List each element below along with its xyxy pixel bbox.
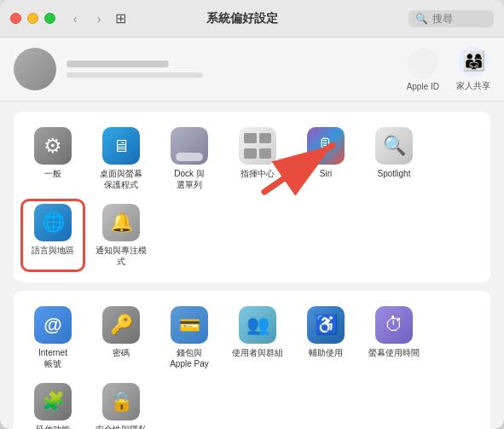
extend-icon: 🧩 [34,383,72,420]
item-extend[interactable]: 🧩 延伸功能 [20,378,85,429]
close-button[interactable] [10,13,21,24]
accessibility-label: 輔助使用 [309,347,343,358]
siri-label: Siri [320,168,332,179]
mission-label: 指揮中心 [240,168,275,179]
right-icons: Apple ID 👨‍👩‍👧 家人共享 [407,46,490,92]
accessibility-icon: ♿ [307,306,345,344]
wallet-label: 錢包與Apple Pay [170,347,209,369]
notification-icon: 🔔 [102,204,140,241]
avatar [14,48,56,90]
item-accessibility[interactable]: ♿ 輔助使用 [293,301,358,374]
family-sharing-button[interactable]: 👨‍👩‍👧 家人共享 [456,46,490,92]
item-siri[interactable]: 🎙 Siri [293,122,358,195]
user-info [67,61,407,78]
item-users[interactable]: 👥 使用者與群組 [225,301,290,374]
users-icon: 👥 [239,306,276,344]
item-password[interactable]: 🔑 密碼 [89,301,154,374]
user-name-placeholder [67,61,169,67]
mission-icon [239,127,276,165]
traffic-lights [10,13,55,24]
security-icon: 🔒 [102,383,140,420]
spotlight-icon: 🔍 [375,127,413,165]
screentime-label: 螢幕使用時間 [368,347,420,358]
search-input[interactable] [432,13,492,25]
apple-id-button[interactable]: Apple ID [407,48,439,91]
apple-id-label: Apple ID [407,82,439,91]
general-icon: ⚙ [34,127,72,165]
wallet-icon: 💳 [171,306,208,344]
language-label: 語言與地區 [32,245,74,256]
window-title: 系統偏好設定 [75,11,408,26]
internet-icon: @ [34,306,72,344]
section-2: @ Internet帳號 🔑 密碼 💳 錢包與Apple Pay 👥 使用者與群… [14,291,490,429]
item-desktop[interactable]: 🖥 桌面與螢幕保護程式 [89,122,154,195]
internet-label: Internet帳號 [38,347,67,369]
minimize-button[interactable] [27,13,38,24]
extend-label: 延伸功能 [36,424,70,429]
notification-label: 通知與專注模式 [92,245,150,267]
item-notification[interactable]: 🔔 通知與專注模式 [89,199,154,272]
item-security[interactable]: 🔒 安全性與隱私權 [89,378,154,429]
item-wallet[interactable]: 💳 錢包與Apple Pay [157,301,222,374]
user-sub-placeholder [67,72,203,78]
desktop-icon: 🖥 [102,127,140,165]
item-spotlight[interactable]: 🔍 Spotlight [362,122,426,195]
spotlight-label: Spotlight [378,168,411,179]
siri-icon: 🎙 [307,127,345,165]
password-label: 密碼 [113,347,130,358]
item-dock[interactable]: Dock 與選單列 [157,122,222,195]
users-label: 使用者與群組 [232,347,283,358]
titlebar: ‹ › ⊞ 系統偏好設定 🔍 [0,0,504,38]
general-label: 一般 [44,168,61,179]
family-icon: 👨‍👩‍👧 [458,46,489,77]
user-bar: Apple ID 👨‍👩‍👧 家人共享 [0,38,504,101]
item-screentime[interactable]: ⏱ 螢幕使用時間 [362,301,426,374]
main-content: ⚙ 一般 🖥 桌面與螢幕保護程式 Dock 與選單列 [0,101,504,429]
screentime-icon: ⏱ [375,306,413,344]
apple-icon [408,48,438,78]
desktop-label: 桌面與螢幕保護程式 [100,168,142,190]
security-label: 安全性與隱私權 [92,424,150,429]
language-icon: 🌐 [34,204,72,241]
search-box[interactable]: 🔍 [408,10,494,27]
icon-grid-2: @ Internet帳號 🔑 密碼 💳 錢包與Apple Pay 👥 使用者與群… [20,301,484,429]
item-general[interactable]: ⚙ 一般 [20,122,85,195]
dock-label: Dock 與選單列 [174,168,205,190]
system-preferences-window: ‹ › ⊞ 系統偏好設定 🔍 Apple ID 👨‍👩‍👧 家人共享 [0,0,504,429]
section-1: ⚙ 一般 🖥 桌面與螢幕保護程式 Dock 與選單列 [14,112,490,282]
item-internet[interactable]: @ Internet帳號 [20,301,85,374]
item-mission[interactable]: 指揮中心 [225,122,290,195]
password-icon: 🔑 [102,306,140,344]
item-language[interactable]: 🌐 語言與地區 [20,199,85,272]
icon-grid-1: ⚙ 一般 🖥 桌面與螢幕保護程式 Dock 與選單列 [20,122,484,272]
maximize-button[interactable] [44,13,55,24]
search-icon: 🔍 [415,13,428,25]
dock-icon [171,127,208,165]
family-label: 家人共享 [456,80,490,92]
